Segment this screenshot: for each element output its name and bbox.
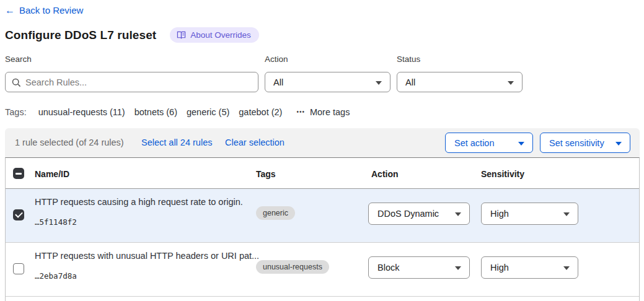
more-tags-label: More tags [310,107,350,117]
title-row: Configure DDoS L7 ruleset About Override… [5,27,259,43]
row-checkbox[interactable] [13,263,24,274]
rule-name: HTTP requests with unusual HTTP headers … [35,251,259,261]
chevron-down-icon [518,142,524,146]
clear-selection-link[interactable]: Clear selection [225,137,285,147]
table-row: HTTP requests with unusual HTTP headers … [6,243,639,297]
search-input[interactable] [25,72,258,92]
table-header-row: Name/ID Tags Action Sensitivity [6,158,639,189]
rule-id: …5f1148f2 [35,217,77,227]
rule-action-value: DDoS Dynamic [377,209,439,219]
search-icon [12,78,21,87]
tag-filter-unusual-requests[interactable]: unusual-requests (11) [38,107,125,117]
tag-filter-botnets[interactable]: botnets (6) [135,107,177,117]
search-filter: Search [5,55,258,92]
chevron-down-icon [455,212,461,216]
set-action-button[interactable]: Set action [445,133,533,153]
more-tags-button[interactable]: More tags [296,107,350,117]
rules-table: Name/ID Tags Action Sensitivity HTTP req… [5,157,640,301]
rule-tag-pill: unusual-requests [256,260,329,274]
tag-filter-gatebot[interactable]: gatebot (2) [239,107,282,117]
set-sensitivity-label: Set sensitivity [549,138,604,148]
about-overrides-badge[interactable]: About Overrides [170,27,259,43]
set-action-label: Set action [454,138,495,148]
status-filter-value: All [405,77,415,87]
rule-tag-pill: generic [256,206,295,220]
chevron-down-icon [455,266,461,270]
page-title: Configure DDoS L7 ruleset [5,28,156,42]
column-header-tags: Tags [256,169,276,179]
back-link-label: Back to Review [19,5,83,15]
rule-sensitivity-value: High [490,263,509,273]
select-all-rules-link[interactable]: Select all 24 rules [141,137,212,147]
row-checkbox[interactable] [13,209,24,220]
action-filter-select[interactable]: All [265,72,390,92]
column-header-action: Action [371,169,399,179]
rule-sensitivity-value: High [490,209,509,219]
rule-sensitivity-select[interactable]: High [481,203,578,225]
tags-row: Tags: unusual-requests (11) botnets (6) … [5,107,350,117]
table-row-partial [6,297,639,301]
action-filter-value: All [273,77,283,87]
configure-ddos-page: ← Back to Review Configure DDoS L7 rules… [0,0,644,301]
rule-action-value: Block [377,263,399,273]
selection-summary: 1 rule selected (of 24 rules) [15,137,124,147]
rule-name: HTTP requests causing a high request rat… [35,197,243,207]
rule-sensitivity-select[interactable]: High [481,256,578,279]
rule-action-select[interactable]: Block [368,256,470,279]
action-filter: Action All [265,55,390,92]
back-arrow-icon: ← [5,6,15,15]
status-filter-label: Status [397,55,523,64]
search-input-wrapper [5,72,258,92]
selection-bar: 1 rule selected (of 24 rules) Select all… [5,128,640,157]
tag-filter-generic[interactable]: generic (5) [187,107,229,117]
tags-label: Tags: [5,107,27,117]
status-filter-select[interactable]: All [397,72,523,92]
chevron-down-icon [563,266,570,270]
table-row: HTTP requests causing a high request rat… [6,189,639,243]
column-header-name-id: Name/ID [35,169,69,179]
rule-action-select[interactable]: DDoS Dynamic [368,203,470,225]
back-to-review-link[interactable]: ← Back to Review [5,5,83,15]
column-header-sensitivity: Sensitivity [481,169,524,179]
set-sensitivity-button[interactable]: Set sensitivity [540,133,630,153]
rule-id: …2eba7d8a [35,271,77,281]
more-dots-icon [296,108,305,115]
chevron-down-icon [615,142,622,146]
action-filter-label: Action [265,55,390,64]
about-overrides-label: About Overrides [190,30,251,40]
select-all-checkbox[interactable] [13,168,24,179]
search-label: Search [5,55,258,64]
chevron-down-icon [508,81,514,85]
chevron-down-icon [376,81,382,85]
book-icon [177,31,186,40]
status-filter: Status All [397,55,523,92]
chevron-down-icon [563,212,570,216]
